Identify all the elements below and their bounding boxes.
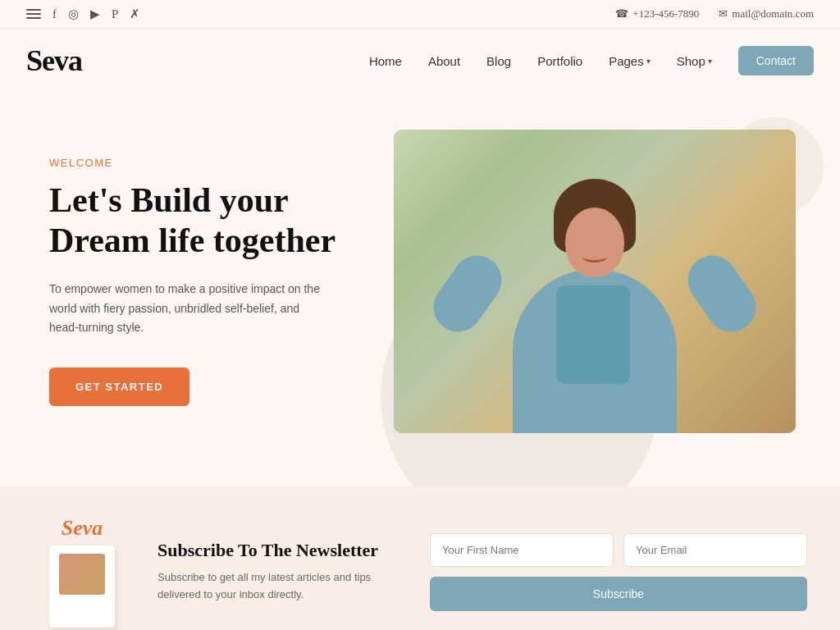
hero-arm-right: [678, 246, 766, 341]
newsletter-section: Seva Subscribe To The Newsletter Subscri…: [0, 486, 840, 630]
pinterest-icon[interactable]: P: [112, 7, 118, 21]
email-contact[interactable]: ✉ mail@domain.com: [719, 7, 814, 21]
hero-image: [394, 130, 796, 433]
newsletter-content: Subscribe To The Newsletter Subscribe to…: [158, 540, 404, 604]
newsletter-title: Subscribe To The Newsletter: [158, 540, 404, 561]
youtube-icon[interactable]: ▶: [90, 7, 100, 21]
site-logo[interactable]: Seva: [26, 43, 82, 78]
hero-cta-button[interactable]: GET STARTED: [49, 368, 189, 406]
hero-smile: [582, 251, 607, 262]
newsletter-book-graphic: [49, 546, 115, 628]
email-input[interactable]: [623, 533, 807, 567]
topbar-contact: ☎ +123-456-7890 ✉ mail@domain.com: [615, 7, 814, 21]
newsletter-logo: Seva: [62, 516, 103, 541]
facebook-icon[interactable]: f: [52, 7, 57, 21]
newsletter-submit-button[interactable]: Subscribe: [430, 577, 807, 611]
email-address: mail@domain.com: [732, 7, 814, 21]
main-nav: Home About Blog Portfolio Pages ▾ Shop ▾…: [369, 46, 814, 75]
first-name-input[interactable]: [430, 533, 614, 567]
twitter-icon[interactable]: ✗: [130, 7, 140, 21]
phone-contact[interactable]: ☎ +123-456-7890: [615, 7, 699, 21]
hero-section: Welcome Let's Build your Dream life toge…: [0, 93, 840, 486]
email-icon: ✉: [719, 7, 728, 21]
phone-number: +123-456-7890: [632, 7, 699, 21]
nav-blog[interactable]: Blog: [486, 54, 511, 68]
hero-description: To empower women to make a positive impa…: [49, 280, 328, 338]
nav-pages[interactable]: Pages ▾: [609, 54, 651, 68]
nav-shop[interactable]: Shop ▾: [677, 54, 712, 68]
hero-image-wrapper: [394, 130, 796, 433]
nav-portfolio[interactable]: Portfolio: [537, 54, 582, 68]
hero-scarf: [556, 285, 630, 384]
newsletter-logo-block: Seva: [33, 516, 131, 628]
pages-dropdown-arrow: ▾: [646, 57, 651, 66]
hero-arm-left: [424, 246, 512, 341]
contact-button[interactable]: Contact: [738, 46, 814, 75]
nav-home[interactable]: Home: [369, 54, 402, 68]
topbar: f ◎ ▶ P ✗ ☎ +123-456-7890 ✉ mail@domain.…: [0, 0, 840, 29]
hero-face: [565, 208, 624, 277]
hero-content: Welcome Let's Build your Dream life toge…: [49, 157, 394, 406]
hamburger-icon[interactable]: [26, 9, 41, 19]
newsletter-inputs: [430, 533, 807, 567]
hero-welcome-label: Welcome: [49, 157, 394, 169]
newsletter-form: Subscribe: [430, 533, 807, 611]
header: Seva Home About Blog Portfolio Pages ▾ S…: [0, 29, 840, 93]
nav-about[interactable]: About: [428, 54, 460, 68]
shop-dropdown-arrow: ▾: [708, 57, 712, 66]
newsletter-description: Subscribe to get all my latest articles …: [158, 569, 404, 604]
instagram-icon[interactable]: ◎: [68, 7, 79, 21]
book-cover: [59, 554, 105, 595]
social-icons: f ◎ ▶ P ✗: [26, 7, 140, 21]
hero-title: Let's Build your Dream life together: [49, 180, 394, 262]
phone-icon: ☎: [615, 7, 628, 21]
